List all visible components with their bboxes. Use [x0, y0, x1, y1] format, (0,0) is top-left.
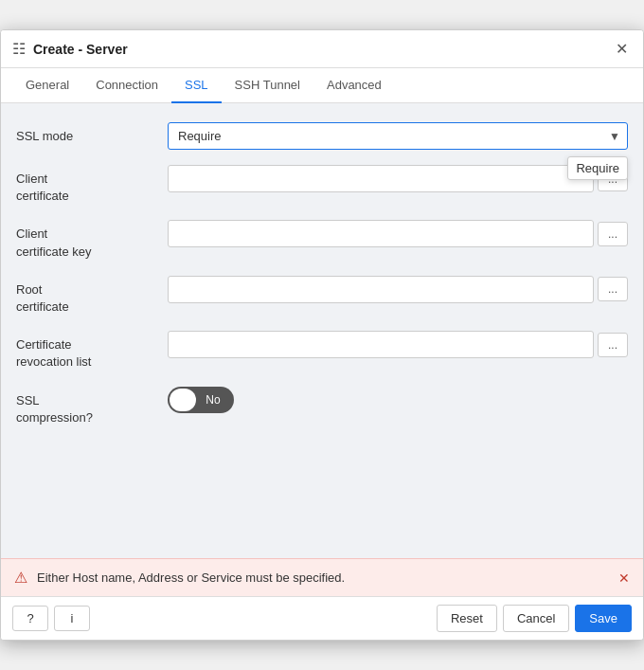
cert-revocation-label: Certificaterevocation list — [16, 331, 168, 371]
ssl-mode-field: Disable Allow Prefer Require Verify-CA V… — [168, 122, 628, 150]
footer-right-buttons: Reset Cancel Save — [437, 605, 632, 632]
help-button[interactable]: ? — [12, 606, 48, 631]
ssl-mode-label: SSL mode — [16, 122, 168, 145]
ssl-compression-field: No — [168, 387, 628, 413]
ssl-mode-select-wrapper: Disable Allow Prefer Require Verify-CA V… — [168, 122, 628, 150]
dialog: ☷ Create - Server ✕ General Connection S… — [0, 29, 644, 641]
reset-button[interactable]: Reset — [437, 605, 497, 632]
title-bar: ☷ Create - Server ✕ — [1, 30, 643, 68]
root-cert-field: ... — [168, 276, 628, 303]
client-cert-label: Clientcertificate — [16, 165, 168, 205]
tab-ssl[interactable]: SSL — [171, 68, 222, 103]
dialog-title: Create - Server — [33, 42, 128, 57]
tab-general[interactable]: General — [12, 68, 82, 103]
dropdown-tooltip: Require — [567, 156, 628, 180]
cert-revocation-row: Certificaterevocation list ... — [16, 331, 628, 371]
ssl-mode-row: SSL mode Disable Allow Prefer Require Ve… — [16, 122, 628, 150]
client-cert-input[interactable] — [168, 165, 594, 192]
tab-advanced[interactable]: Advanced — [313, 68, 395, 103]
client-cert-key-label: Clientcertificate key — [16, 220, 168, 260]
error-message: Either Host name, Address or Service mus… — [37, 570, 345, 585]
root-cert-browse-button[interactable]: ... — [598, 277, 628, 301]
tab-bar: General Connection SSL SSH Tunnel Advanc… — [1, 68, 643, 103]
cancel-button[interactable]: Cancel — [503, 605, 569, 632]
root-cert-input[interactable] — [168, 276, 594, 303]
ssl-compression-toggle-container: No — [168, 387, 234, 413]
root-cert-label: Rootcertificate — [16, 276, 168, 316]
root-cert-row: Rootcertificate ... — [16, 276, 628, 316]
toggle-label: No — [196, 393, 232, 407]
client-cert-key-browse-button[interactable]: ... — [598, 222, 628, 246]
debug-button[interactable]: i — [54, 606, 90, 631]
cert-revocation-input[interactable] — [168, 331, 594, 358]
cert-revocation-browse-button[interactable]: ... — [598, 333, 628, 357]
ssl-mode-select[interactable]: Disable Allow Prefer Require Verify-CA V… — [168, 122, 628, 150]
tab-connection[interactable]: Connection — [82, 68, 171, 103]
ssl-compression-label: SSLcompression? — [16, 387, 168, 426]
form-content: SSL mode Disable Allow Prefer Require Ve… — [1, 103, 643, 558]
ssl-compression-toggle[interactable]: No — [168, 387, 234, 413]
client-cert-key-row: Clientcertificate key ... — [16, 220, 628, 260]
error-bar: ⚠ Either Host name, Address or Service m… — [1, 558, 643, 596]
cert-revocation-field: ... — [168, 331, 628, 358]
client-cert-row: Clientcertificate ... — [16, 165, 628, 205]
footer-left-buttons: ? i — [12, 606, 90, 631]
save-button[interactable]: Save — [575, 605, 632, 632]
toggle-knob — [170, 389, 196, 411]
footer: ? i Reset Cancel Save — [1, 596, 643, 640]
server-icon: ☷ — [12, 40, 26, 58]
tab-ssh-tunnel[interactable]: SSH Tunnel — [222, 68, 313, 103]
client-cert-field: ... — [168, 165, 628, 192]
client-cert-key-input[interactable] — [168, 220, 594, 247]
ssl-compression-row: SSLcompression? No — [16, 387, 628, 426]
error-close-button[interactable]: ✕ — [618, 570, 630, 586]
client-cert-key-field: ... — [168, 220, 628, 247]
close-button[interactable]: ✕ — [612, 38, 632, 60]
error-icon: ⚠ — [14, 569, 27, 587]
